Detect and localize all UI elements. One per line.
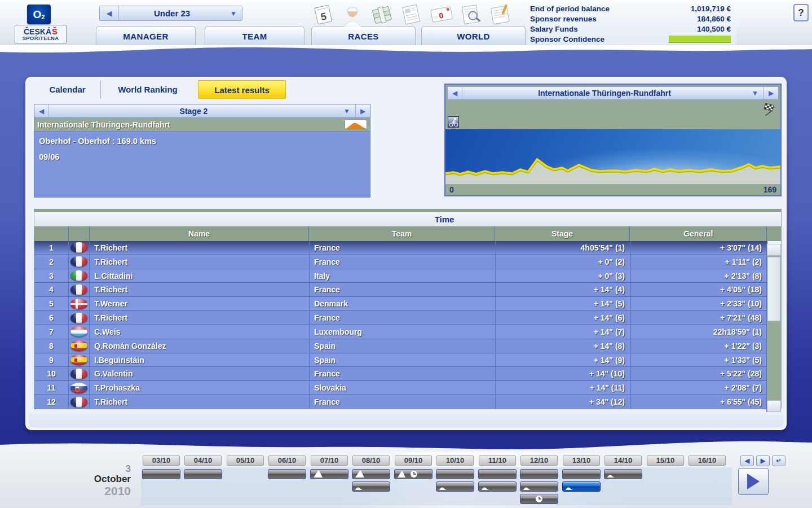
panel-footer: [29, 413, 783, 427]
day-tab[interactable]: 04/10: [184, 456, 222, 466]
table-row[interactable]: 9 I.Beguiristáin Spain + 14" (9) + 1'33"…: [34, 353, 767, 367]
table-row[interactable]: 7 C.Weis Luxembourg + 14" (7) 22h18'59" …: [34, 325, 767, 339]
table-row[interactable]: 8 Q.Román González Spain + 14" (8) + 1'2…: [34, 339, 767, 353]
timeline-return-button[interactable]: ↵: [772, 456, 785, 466]
day-tab[interactable]: 09/10: [395, 456, 432, 466]
day-tab[interactable]: 16/10: [689, 456, 726, 466]
press-icon[interactable]: [398, 2, 424, 27]
day-tab[interactable]: 12/10: [520, 456, 558, 466]
day-tab[interactable]: 15/10: [647, 456, 684, 466]
rider-icon[interactable]: [339, 2, 365, 27]
race-bar[interactable]: [310, 469, 348, 479]
scrollbar-down-button[interactable]: [767, 400, 781, 412]
timeline-next-button[interactable]: ▶: [756, 456, 770, 466]
team-prev-arrow[interactable]: ◀: [100, 6, 119, 20]
team-name: Italy: [309, 269, 495, 283]
tab-manager[interactable]: MANAGER: [96, 26, 196, 46]
race-bar[interactable]: [142, 469, 180, 479]
race-bar[interactable]: [352, 469, 390, 479]
team-name: France: [309, 241, 495, 255]
race-bar[interactable]: [520, 469, 558, 479]
race-bar[interactable]: [478, 481, 517, 492]
race-bar[interactable]: [352, 481, 390, 492]
day-tab[interactable]: 03/10: [143, 456, 180, 466]
race-bar[interactable]: [478, 469, 517, 479]
money-icon[interactable]: [369, 2, 395, 27]
tab-latest-results[interactable]: Latest results: [198, 80, 286, 99]
race-prev-arrow[interactable]: ◀: [448, 87, 462, 99]
country-flag-icon: [70, 369, 87, 379]
day-tab[interactable]: 13/10: [563, 456, 600, 466]
race-name-row[interactable]: Internationale Thüringen-Rundfahrt: [34, 118, 370, 132]
table-row[interactable]: 10 G.Valentin France + 14" (10) + 5'22" …: [34, 367, 767, 381]
race-bar[interactable]: [436, 481, 474, 492]
day-tab[interactable]: 11/10: [479, 456, 516, 466]
country-flag-icon: [70, 256, 87, 267]
stage-time: + 14" (7): [495, 325, 630, 339]
table-row[interactable]: 5 T.Werner Denmark + 14" (5) + 2'33" (10…: [34, 297, 767, 311]
search-icon[interactable]: [458, 2, 484, 27]
mail-icon[interactable]: 0: [429, 2, 454, 27]
tab-team[interactable]: TEAM: [205, 26, 304, 46]
help-button[interactable]: ?: [793, 4, 809, 21]
col-rank: [34, 226, 68, 241]
chevron-down-icon[interactable]: ▼: [225, 6, 242, 20]
col-scrollbar-spacer: [766, 226, 781, 241]
scrollbar-thumb[interactable]: [767, 257, 780, 321]
scrollbar-up-button[interactable]: [767, 244, 781, 256]
race-chevron-down-icon[interactable]: ▼: [747, 89, 764, 97]
general-time: + 1'11" (2): [630, 255, 767, 269]
day-tab[interactable]: 10/10: [436, 456, 474, 466]
table-row[interactable]: 12 T.Richert France + 34" (12) + 6'55" (…: [34, 395, 767, 409]
finance-row: Salary Funds 140,500 €: [530, 24, 731, 33]
hill-icon: [523, 486, 532, 490]
scrollbar-track[interactable]: [767, 322, 781, 400]
day-tab[interactable]: 14/10: [604, 456, 642, 466]
table-row[interactable]: 1 T.Richert France 4h05'54" (1) + 3'07" …: [34, 241, 767, 255]
continue-play-button[interactable]: [738, 468, 769, 495]
table-row[interactable]: 3 L.Cittadini Italy + 0" (3) + 2'13" (8): [34, 269, 767, 283]
stage-next-arrow[interactable]: ▶: [355, 104, 370, 117]
race-bar[interactable]: [604, 469, 642, 479]
race-bar-selected[interactable]: [562, 481, 601, 492]
country-flag-icon: [70, 284, 87, 295]
stage-time: + 34" (12): [495, 395, 630, 409]
col-stage: Stage: [495, 226, 630, 241]
o2-logo: O2: [27, 5, 51, 24]
race-bar[interactable]: [562, 469, 601, 479]
stage-time: + 14" (8): [495, 339, 630, 353]
day-tab[interactable]: 05/10: [227, 456, 264, 466]
race-bar[interactable]: [184, 469, 222, 479]
table-row[interactable]: 11 T.Prohaszka Slovakia + 14" (11) + 2'0…: [34, 381, 767, 395]
race-bar[interactable]: [520, 494, 558, 504]
race-bar[interactable]: [268, 469, 306, 479]
notes-icon[interactable]: [487, 2, 513, 27]
table-row[interactable]: 2 T.Richert France + 0" (2) + 1'11" (2): [34, 255, 767, 269]
race-bar[interactable]: [394, 469, 433, 479]
table-row[interactable]: 4 T.Richert France + 14" (4) + 4'05" (18…: [34, 283, 767, 297]
day-tab[interactable]: 08/10: [352, 456, 390, 466]
race-bar[interactable]: [520, 481, 558, 492]
clock-icon: [536, 496, 542, 502]
timeline-prev-button[interactable]: ◀: [740, 456, 754, 466]
col-team: Team: [308, 226, 495, 241]
day-tab[interactable]: 07/10: [311, 456, 348, 466]
calendar-icon[interactable]: 5: [310, 2, 336, 27]
col-general: General: [629, 226, 766, 241]
day-tab[interactable]: 06/10: [268, 456, 306, 466]
race-bar[interactable]: [436, 469, 474, 479]
table-row[interactable]: 6 T.Richert France + 14" (6) + 7'21" (48…: [34, 311, 767, 325]
hill-icon: [355, 486, 364, 490]
tab-world[interactable]: WORLD: [421, 26, 526, 46]
tab-calendar[interactable]: Calendar: [34, 80, 101, 99]
tab-world-ranking[interactable]: World Ranking: [101, 80, 195, 99]
tab-races[interactable]: RACES: [311, 26, 416, 46]
stage-chevron-down-icon[interactable]: ▼: [338, 107, 355, 115]
race-next-arrow[interactable]: ▶: [764, 87, 778, 99]
sponsor-confidence-bar: [669, 36, 731, 43]
stage-prev-arrow[interactable]: ◀: [34, 104, 49, 117]
table-scrollbar: [766, 244, 781, 412]
team-selector-value[interactable]: Under 23: [119, 6, 225, 20]
stage-title: Stage 2: [49, 107, 338, 116]
km-end: 169: [764, 185, 776, 194]
